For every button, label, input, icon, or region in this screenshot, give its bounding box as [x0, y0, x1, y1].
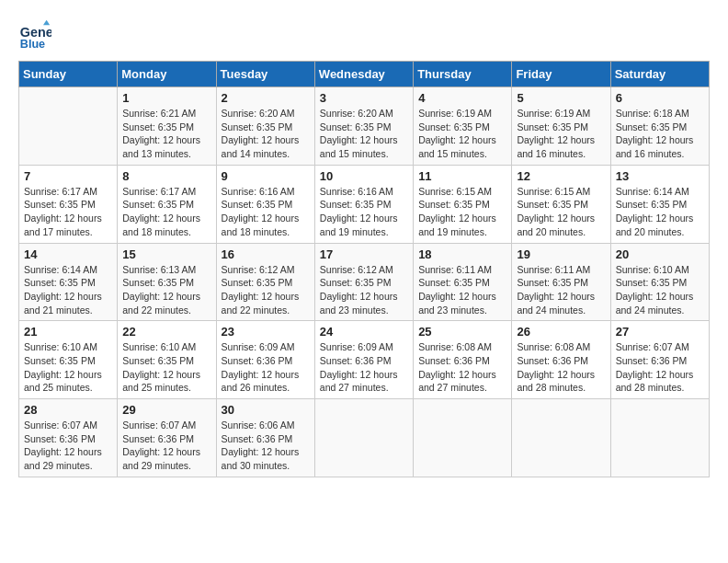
day-cell: [19, 87, 118, 166]
day-info: Sunrise: 6:17 AM Sunset: 6:35 PM Dayligh…: [24, 185, 112, 239]
page-header: General Blue: [18, 18, 710, 52]
day-cell: 17Sunrise: 6:12 AM Sunset: 6:35 PM Dayli…: [314, 243, 413, 321]
day-cell: 23Sunrise: 6:09 AM Sunset: 6:36 PM Dayli…: [216, 321, 314, 399]
day-number: 7: [24, 169, 112, 183]
day-number: 15: [122, 247, 210, 261]
day-info: Sunrise: 6:19 AM Sunset: 6:35 PM Dayligh…: [517, 107, 605, 161]
column-header-friday: Friday: [512, 62, 610, 87]
day-info: Sunrise: 6:09 AM Sunset: 6:36 PM Dayligh…: [222, 340, 310, 395]
calendar-table: SundayMondayTuesdayWednesdayThursdayFrid…: [18, 61, 710, 477]
day-cell: 24Sunrise: 6:09 AM Sunset: 6:36 PM Dayli…: [314, 321, 413, 399]
day-cell: 19Sunrise: 6:11 AM Sunset: 6:35 PM Dayli…: [512, 243, 610, 321]
day-cell: 18Sunrise: 6:11 AM Sunset: 6:35 PM Dayli…: [414, 243, 512, 321]
day-cell: 2Sunrise: 6:20 AM Sunset: 6:35 PM Daylig…: [216, 87, 314, 166]
day-cell: 3Sunrise: 6:20 AM Sunset: 6:35 PM Daylig…: [314, 87, 413, 166]
day-number: 1: [122, 91, 210, 105]
day-cell: 10Sunrise: 6:16 AM Sunset: 6:35 PM Dayli…: [314, 165, 413, 243]
day-number: 27: [616, 325, 704, 339]
day-info: Sunrise: 6:09 AM Sunset: 6:36 PM Dayligh…: [320, 340, 408, 395]
day-info: Sunrise: 6:12 AM Sunset: 6:35 PM Dayligh…: [320, 263, 408, 317]
day-number: 11: [418, 169, 506, 183]
day-number: 23: [222, 325, 310, 339]
week-row-4: 21Sunrise: 6:10 AM Sunset: 6:35 PM Dayli…: [19, 321, 710, 399]
column-header-thursday: Thursday: [414, 62, 512, 87]
column-header-sunday: Sunday: [19, 62, 118, 87]
week-row-5: 28Sunrise: 6:07 AM Sunset: 6:36 PM Dayli…: [19, 399, 710, 477]
day-number: 8: [122, 169, 210, 183]
day-info: Sunrise: 6:16 AM Sunset: 6:35 PM Dayligh…: [222, 185, 310, 239]
day-number: 2: [222, 91, 310, 105]
day-number: 24: [320, 325, 408, 339]
day-info: Sunrise: 6:07 AM Sunset: 6:36 PM Dayligh…: [24, 419, 112, 473]
day-cell: 12Sunrise: 6:15 AM Sunset: 6:35 PM Dayli…: [512, 165, 610, 243]
day-info: Sunrise: 6:15 AM Sunset: 6:35 PM Dayligh…: [418, 185, 506, 239]
day-cell: 15Sunrise: 6:13 AM Sunset: 6:35 PM Dayli…: [118, 243, 216, 321]
day-info: Sunrise: 6:20 AM Sunset: 6:35 PM Dayligh…: [320, 107, 408, 161]
day-info: Sunrise: 6:11 AM Sunset: 6:35 PM Dayligh…: [517, 263, 605, 317]
day-info: Sunrise: 6:21 AM Sunset: 6:35 PM Dayligh…: [122, 107, 210, 161]
day-number: 30: [222, 403, 310, 417]
day-cell: 22Sunrise: 6:10 AM Sunset: 6:35 PM Dayli…: [118, 321, 216, 399]
svg-text:Blue: Blue: [20, 38, 45, 51]
day-info: Sunrise: 6:08 AM Sunset: 6:36 PM Dayligh…: [418, 340, 506, 395]
day-cell: 11Sunrise: 6:15 AM Sunset: 6:35 PM Dayli…: [414, 165, 512, 243]
day-info: Sunrise: 6:19 AM Sunset: 6:35 PM Dayligh…: [418, 107, 506, 161]
day-info: Sunrise: 6:10 AM Sunset: 6:35 PM Dayligh…: [122, 340, 210, 395]
day-info: Sunrise: 6:12 AM Sunset: 6:35 PM Dayligh…: [222, 263, 310, 317]
day-cell: 7Sunrise: 6:17 AM Sunset: 6:35 PM Daylig…: [19, 165, 118, 243]
day-cell: 14Sunrise: 6:14 AM Sunset: 6:35 PM Dayli…: [19, 243, 118, 321]
day-info: Sunrise: 6:13 AM Sunset: 6:35 PM Dayligh…: [122, 263, 210, 317]
week-row-3: 14Sunrise: 6:14 AM Sunset: 6:35 PM Dayli…: [19, 243, 710, 321]
day-info: Sunrise: 6:20 AM Sunset: 6:35 PM Dayligh…: [222, 107, 310, 161]
day-number: 28: [24, 403, 112, 417]
day-cell: [314, 399, 413, 477]
week-row-2: 7Sunrise: 6:17 AM Sunset: 6:35 PM Daylig…: [19, 165, 710, 243]
column-header-tuesday: Tuesday: [216, 62, 314, 87]
day-number: 18: [418, 247, 506, 261]
day-number: 20: [616, 247, 704, 261]
day-info: Sunrise: 6:11 AM Sunset: 6:35 PM Dayligh…: [418, 263, 506, 317]
day-info: Sunrise: 6:07 AM Sunset: 6:36 PM Dayligh…: [616, 340, 704, 395]
day-number: 13: [616, 169, 704, 183]
day-cell: 29Sunrise: 6:07 AM Sunset: 6:36 PM Dayli…: [118, 399, 216, 477]
day-cell: 13Sunrise: 6:14 AM Sunset: 6:35 PM Dayli…: [610, 165, 709, 243]
day-number: 5: [517, 91, 605, 105]
day-number: 17: [320, 247, 408, 261]
day-number: 29: [122, 403, 210, 417]
day-info: Sunrise: 6:18 AM Sunset: 6:35 PM Dayligh…: [616, 107, 704, 161]
day-number: 12: [517, 169, 605, 183]
day-info: Sunrise: 6:07 AM Sunset: 6:36 PM Dayligh…: [122, 419, 210, 473]
day-info: Sunrise: 6:10 AM Sunset: 6:35 PM Dayligh…: [24, 340, 112, 395]
column-header-wednesday: Wednesday: [314, 62, 413, 87]
day-cell: 16Sunrise: 6:12 AM Sunset: 6:35 PM Dayli…: [216, 243, 314, 321]
day-number: 6: [616, 91, 704, 105]
svg-text:General: General: [20, 25, 51, 40]
day-number: 4: [418, 91, 506, 105]
day-cell: 30Sunrise: 6:06 AM Sunset: 6:36 PM Dayli…: [216, 399, 314, 477]
day-cell: 26Sunrise: 6:08 AM Sunset: 6:36 PM Dayli…: [512, 321, 610, 399]
logo: General Blue: [18, 18, 55, 52]
day-cell: 1Sunrise: 6:21 AM Sunset: 6:35 PM Daylig…: [118, 87, 216, 166]
day-number: 9: [222, 169, 310, 183]
day-cell: 8Sunrise: 6:17 AM Sunset: 6:35 PM Daylig…: [118, 165, 216, 243]
day-info: Sunrise: 6:16 AM Sunset: 6:35 PM Dayligh…: [320, 185, 408, 239]
day-cell: [414, 399, 512, 477]
day-info: Sunrise: 6:10 AM Sunset: 6:35 PM Dayligh…: [616, 263, 704, 317]
day-number: 10: [320, 169, 408, 183]
day-cell: 28Sunrise: 6:07 AM Sunset: 6:36 PM Dayli…: [19, 399, 118, 477]
day-info: Sunrise: 6:14 AM Sunset: 6:35 PM Dayligh…: [616, 185, 704, 239]
column-header-saturday: Saturday: [610, 62, 709, 87]
day-number: 21: [24, 325, 112, 339]
day-number: 25: [418, 325, 506, 339]
day-cell: 27Sunrise: 6:07 AM Sunset: 6:36 PM Dayli…: [610, 321, 709, 399]
day-cell: 25Sunrise: 6:08 AM Sunset: 6:36 PM Dayli…: [414, 321, 512, 399]
logo-icon: General Blue: [18, 18, 51, 52]
day-cell: 5Sunrise: 6:19 AM Sunset: 6:35 PM Daylig…: [512, 87, 610, 166]
day-number: 16: [222, 247, 310, 261]
day-info: Sunrise: 6:14 AM Sunset: 6:35 PM Dayligh…: [24, 263, 112, 317]
day-number: 22: [122, 325, 210, 339]
day-cell: 4Sunrise: 6:19 AM Sunset: 6:35 PM Daylig…: [414, 87, 512, 166]
week-row-1: 1Sunrise: 6:21 AM Sunset: 6:35 PM Daylig…: [19, 87, 710, 166]
day-number: 26: [517, 325, 605, 339]
day-cell: 9Sunrise: 6:16 AM Sunset: 6:35 PM Daylig…: [216, 165, 314, 243]
